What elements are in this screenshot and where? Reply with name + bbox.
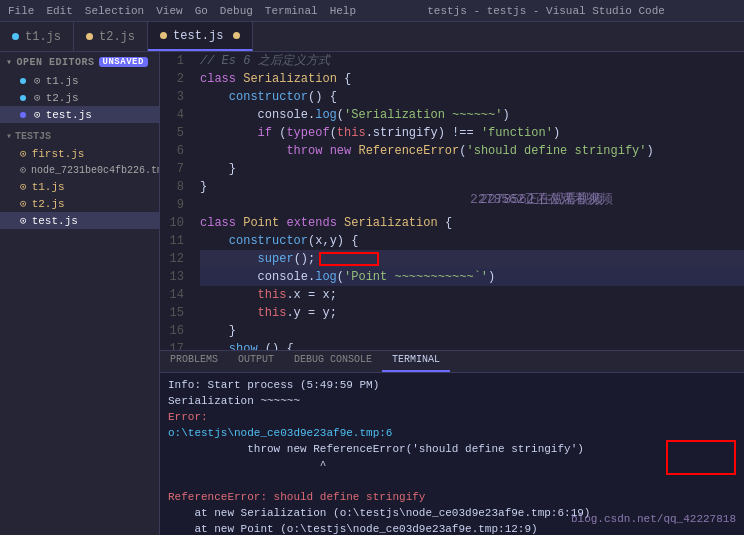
window-title: testjs - testjs - Visual Studio Code	[368, 5, 724, 17]
tab-dot-t1js	[12, 33, 19, 40]
code-content: // Es 6 之后定义方式 class Serialization { con…	[196, 52, 744, 350]
tab-dot-testjs	[160, 32, 167, 39]
sidebar-item-testjs-open[interactable]: ⊙ test.js	[0, 106, 159, 123]
sidebar-item-t2js-open[interactable]: ⊙ t2.js	[0, 89, 159, 106]
terminal-line-9: at new Serialization (o:\testjs\node_ce0…	[168, 505, 736, 521]
chevron-down-icon-2: ▾	[6, 130, 12, 142]
code-line-12: super();	[200, 250, 744, 268]
code-line-2: class Serialization {	[200, 70, 744, 88]
sidebar-item-t1js-open[interactable]: ⊙ t1.js	[0, 72, 159, 89]
terminal-line-6: ^	[168, 457, 736, 473]
file-icon-testjs-2: ⊙	[20, 214, 27, 227]
code-line-6: throw new ReferenceError('should define …	[200, 142, 744, 160]
bottom-panel: PROBLEMS OUTPUT DEBUG CONSOLE TERMINAL I…	[160, 350, 744, 535]
menu-selection[interactable]: Selection	[85, 5, 144, 17]
code-editor[interactable]: 12345 678910 1112131415 1617181920 // Es…	[160, 52, 744, 350]
file-icon-testjs: ⊙	[34, 108, 41, 121]
code-line-15: this.y = y;	[200, 304, 744, 322]
tab-testjs[interactable]: test.js	[148, 22, 253, 51]
file-icon-t2js: ⊙	[34, 91, 41, 104]
panel-tab-bar: PROBLEMS OUTPUT DEBUG CONSOLE TERMINAL	[160, 351, 744, 373]
dot-t1js	[20, 78, 26, 84]
terminal-line-3: Error:	[168, 409, 736, 425]
menu-help[interactable]: Help	[330, 5, 356, 17]
code-line-11: constructor(x,y) {	[200, 232, 744, 250]
terminal-line-8: ReferenceError: should define stringify	[168, 489, 736, 505]
sidebar-item-testjs[interactable]: ⊙ test.js	[0, 212, 159, 229]
sidebar: ▾ OPEN EDITORS UNSAVED ⊙ t1.js ⊙ t2.js ⊙…	[0, 52, 160, 535]
panel-tab-output[interactable]: OUTPUT	[228, 351, 284, 372]
panel-tab-problems[interactable]: PROBLEMS	[160, 351, 228, 372]
terminal-line-1: Info: Start process (5:49:59 PM)	[168, 377, 736, 393]
terminal-line-5: throw new ReferenceError('should define …	[168, 441, 736, 457]
menu-file[interactable]: File	[8, 5, 34, 17]
testjs-group-header: ▾ TESTJS	[0, 127, 159, 145]
menu-edit[interactable]: Edit	[46, 5, 72, 17]
menu-debug[interactable]: Debug	[220, 5, 253, 17]
panel-output-content: Info: Start process (5:49:59 PM) Seriali…	[160, 373, 744, 535]
main-area: ▾ OPEN EDITORS UNSAVED ⊙ t1.js ⊙ t2.js ⊙…	[0, 52, 744, 535]
panel-tab-debug-console[interactable]: DEBUG CONSOLE	[284, 351, 382, 372]
code-area: 12345 678910 1112131415 1617181920 // Es…	[160, 52, 744, 350]
code-line-5: if (typeof(this.stringify) !== 'function…	[200, 124, 744, 142]
tab-t1js[interactable]: t1.js	[0, 22, 74, 51]
file-icon-t1js: ⊙	[34, 74, 41, 87]
tab-modified-dot	[233, 32, 240, 39]
tab-bar: t1.js t2.js test.js	[0, 22, 744, 52]
sidebar-item-tmp[interactable]: ⊙ node_7231be0c4fb226.tmp	[0, 162, 159, 178]
menu-terminal[interactable]: Terminal	[265, 5, 318, 17]
code-line-3: constructor() {	[200, 88, 744, 106]
dot-t2js	[20, 95, 26, 101]
terminal-line-7	[168, 473, 736, 489]
file-icon-t1js-2: ⊙	[20, 180, 27, 193]
panel-tab-terminal[interactable]: TERMINAL	[382, 351, 450, 372]
code-line-1: // Es 6 之后定义方式	[200, 52, 744, 70]
chevron-down-icon: ▾	[6, 56, 13, 68]
terminal-line-4: o:\testjs\node_ce03d9e23af9e.tmp:6	[168, 425, 736, 441]
code-line-9	[200, 196, 744, 214]
file-icon-firstjs: ⊙	[20, 147, 27, 160]
dot-testjs	[20, 112, 26, 118]
code-line-4: console.log('Serialization ~~~~~~')	[200, 106, 744, 124]
code-line-16: }	[200, 322, 744, 340]
tab-dot-t2js	[86, 33, 93, 40]
code-line-17: show () {	[200, 340, 744, 350]
tab-t2js[interactable]: t2.js	[74, 22, 148, 51]
code-line-13: console.log('Point ~~~~~~~~~~~`')	[200, 268, 744, 286]
title-bar: File Edit Selection View Go Debug Termin…	[0, 0, 744, 22]
sidebar-item-t1js[interactable]: ⊙ t1.js	[0, 178, 159, 195]
content-area: 12345 678910 1112131415 1617181920 // Es…	[160, 52, 744, 535]
menu-go[interactable]: Go	[195, 5, 208, 17]
open-editors-header: ▾ OPEN EDITORS UNSAVED	[0, 52, 159, 72]
code-line-8: }	[200, 178, 744, 196]
terminal-line-2: Serialization ~~~~~~	[168, 393, 736, 409]
terminal-line-10: at new Point (o:\testjs\node_ce03d9e23af…	[168, 521, 736, 535]
code-line-10: class Point extends Serialization {	[200, 214, 744, 232]
code-line-7: }	[200, 160, 744, 178]
menu-view[interactable]: View	[156, 5, 182, 17]
file-icon-tmp: ⊙	[20, 164, 26, 176]
sidebar-item-t2js[interactable]: ⊙ t2.js	[0, 195, 159, 212]
sidebar-item-firstjs[interactable]: ⊙ first.js	[0, 145, 159, 162]
unsaved-badge: UNSAVED	[99, 57, 148, 67]
file-icon-t2js-2: ⊙	[20, 197, 27, 210]
code-line-14: this.x = x;	[200, 286, 744, 304]
line-numbers: 12345 678910 1112131415 1617181920	[160, 52, 196, 350]
